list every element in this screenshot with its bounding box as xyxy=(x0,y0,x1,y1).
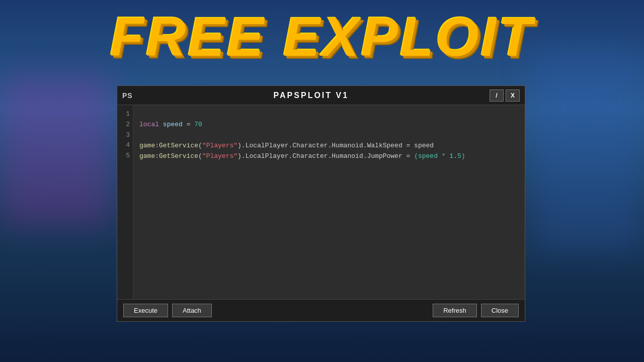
title-bar-left: PS xyxy=(122,92,133,100)
code-line-4: game:GetService("Players").LocalPlayer.C… xyxy=(139,141,519,151)
title-banner: FREE EXPLOIT xyxy=(0,0,644,73)
window-close-button[interactable]: X xyxy=(506,89,520,102)
line-num-5: 5 xyxy=(120,151,130,161)
close-button[interactable]: Close xyxy=(481,304,519,317)
refresh-button[interactable]: Refresh xyxy=(433,304,477,317)
minimize-button[interactable]: / xyxy=(490,89,504,102)
bottom-toolbar: Execute Attach Refresh Close xyxy=(117,299,525,321)
code-editor[interactable]: local speed = 70 game:GetService("Player… xyxy=(133,105,525,299)
editor-area: 1 2 3 4 5 local speed = 70 game:GetServi… xyxy=(117,105,525,299)
bottom-right-buttons: Refresh Close xyxy=(433,304,519,317)
title-bar-center: PAPSPLOIT V1 xyxy=(143,91,479,100)
bg-blur-right xyxy=(533,50,644,251)
title-bar-buttons: / X xyxy=(490,89,520,102)
line-num-4: 4 xyxy=(120,140,130,151)
line-num-1: 1 xyxy=(120,109,130,120)
title-bar: PS PAPSPLOIT V1 / X xyxy=(117,86,525,105)
line-numbers: 1 2 3 4 5 xyxy=(117,105,133,299)
attach-button[interactable]: Attach xyxy=(172,304,212,317)
code-line-1 xyxy=(139,109,519,120)
bottom-left-buttons: Execute Attach xyxy=(123,304,212,317)
title-text: FREE EXPLOIT xyxy=(110,9,534,64)
code-line-5: game:GetService("Players").LocalPlayer.C… xyxy=(139,151,519,162)
line-num-2: 2 xyxy=(120,120,130,130)
code-line-3 xyxy=(139,130,519,141)
exploit-window: PS PAPSPLOIT V1 / X 1 2 3 4 5 local spee… xyxy=(117,85,525,322)
code-line-2: local speed = 70 xyxy=(139,120,519,130)
bg-blur-left xyxy=(0,75,111,226)
execute-button[interactable]: Execute xyxy=(123,304,168,317)
line-num-3: 3 xyxy=(120,130,130,141)
